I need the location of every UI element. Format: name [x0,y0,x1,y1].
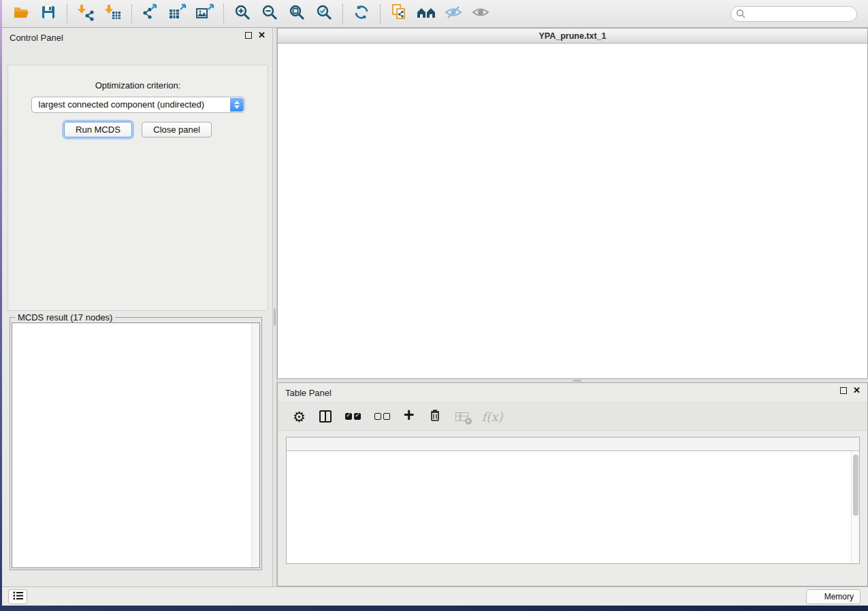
memory-button[interactable]: Memory [806,589,861,604]
delete-table-icon-disabled [455,412,468,421]
zoom-fit-button[interactable] [283,3,310,24]
search-input[interactable] [730,6,857,22]
save-icon [40,4,57,23]
run-mcds-button[interactable]: Run MCDS [64,122,132,137]
float-panel-icon[interactable] [840,387,847,394]
network-graph[interactable] [278,44,865,378]
float-panel-icon[interactable] [245,32,252,39]
zoom-selected-icon [316,4,333,24]
memory-label: Memory [824,592,854,601]
zoom-out-button[interactable] [256,3,283,24]
splitter-grip [573,380,582,382]
network-window-title: YPA_prune.txt_1 [539,31,606,41]
maximize-window-icon[interactable] [310,32,318,40]
close-panel-button[interactable]: Close panel [142,122,212,137]
splitter-grip [274,308,276,326]
control-panel: Control Panel ✕ Optimization criterion: … [2,28,272,587]
table-panel-title: Table Panel [285,388,332,398]
import-network-icon [77,3,95,24]
refresh-icon [353,3,370,24]
export-network-button[interactable] [137,3,164,24]
network-window-titlebar[interactable]: YPA_prune.txt_1 [278,29,867,44]
minimize-window-icon[interactable] [297,32,305,40]
table-settings-icon[interactable]: ⚙ [293,410,306,424]
export-image-icon [195,3,214,24]
export-network-icon [141,3,160,24]
open-file-icon [12,4,30,23]
toolbar-separator [131,4,132,23]
toolbar-separator [67,4,67,23]
select-stepper-icon [230,98,244,112]
first-neighbors-icon [416,4,436,23]
deselect-all-columns-icon[interactable] [374,413,390,420]
network-view-window: YPA_prune.txt_1 [277,28,868,379]
zoom-out-icon [261,4,278,24]
toolbar-separator [223,4,224,23]
column-view-icon[interactable] [319,410,332,423]
list-icon [13,591,23,603]
toolbar-separator [342,4,343,23]
zoom-fit-icon [289,4,306,24]
mcds-result-list [12,323,260,568]
toolbar-separator [380,4,381,23]
save-session-button[interactable] [35,3,62,24]
select-all-columns-icon[interactable] [345,413,361,420]
scrollbar-thumb[interactable] [853,455,858,516]
optimization-criterion-select[interactable]: largest connected component (undirected) [31,97,245,113]
optimization-criterion-label: Optimization criterion: [8,80,268,90]
zoom-in-button[interactable] [229,3,256,24]
table-panel: Table Panel ✕ ⚙ + f(x) [277,382,868,587]
memory-status-icon [813,593,820,601]
search-icon [736,9,746,22]
node-table [286,437,860,564]
eye-slash-icon [444,4,463,23]
mcds-tab-content: Optimization criterion: largest connecte… [7,65,268,311]
export-table-button[interactable] [164,3,191,24]
table-toolbar: ⚙ + f(x) [278,402,867,431]
show-all-button[interactable] [467,3,494,24]
table-scrollbar[interactable] [851,451,859,563]
zoom-in-icon [234,4,251,24]
hide-selected-button[interactable] [440,3,467,24]
mcds-result-groupbox: MCDS result (17 nodes) [10,317,262,570]
show-panels-button[interactable] [8,589,27,604]
refresh-view-button[interactable] [348,3,375,24]
vertical-splitter[interactable] [272,28,277,587]
function-builder-icon-disabled: f(x) [482,410,503,424]
zoom-selected-button[interactable] [310,3,338,24]
import-table-icon [104,3,122,24]
first-neighbors-button[interactable] [413,3,440,24]
network-canvas[interactable] [278,44,867,378]
export-image-button[interactable] [191,3,219,24]
close-panel-icon[interactable]: ✕ [853,387,861,394]
mcds-result-title: MCDS result (17 nodes) [15,312,115,323]
main-toolbar [2,0,868,28]
delete-column-icon[interactable] [428,408,442,425]
add-column-icon[interactable]: + [404,408,415,422]
export-table-icon [168,3,187,24]
app-window: Control Panel ✕ Optimization criterion: … [2,0,868,606]
control-panel-title: Control Panel [10,33,63,43]
duplicate-network-icon [390,3,408,24]
duplicate-network-button[interactable] [385,3,413,24]
import-network-button[interactable] [72,3,99,24]
import-table-button[interactable] [99,3,127,24]
close-window-icon[interactable] [284,32,292,40]
optimization-criterion-value: largest connected component (undirected) [39,99,205,110]
list-scrollbar[interactable] [251,323,259,567]
close-panel-icon[interactable]: ✕ [258,32,266,39]
open-file-button[interactable] [7,3,35,24]
status-bar: Memory [2,587,868,606]
eye-icon [471,4,490,23]
